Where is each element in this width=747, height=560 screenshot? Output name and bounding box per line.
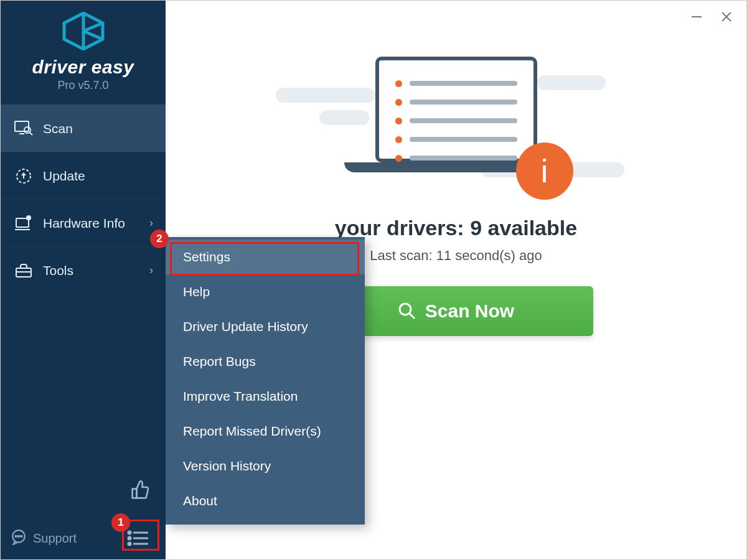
sidebar-item-tools[interactable]: Tools › xyxy=(1,246,166,294)
thumbs-up-icon[interactable] xyxy=(131,480,151,502)
svg-text:i: i xyxy=(28,217,29,220)
menu-item-report-missed-drivers[interactable]: Report Missed Driver(s) xyxy=(166,414,365,449)
svg-rect-1 xyxy=(15,121,29,131)
sidebar-item-label: Hardware Info xyxy=(43,216,125,231)
menu-item-driver-update-history[interactable]: Driver Update History xyxy=(166,309,365,344)
hardware-info-icon: i xyxy=(13,215,34,231)
monitor-search-icon xyxy=(13,121,34,137)
sidebar-item-hardware[interactable]: i Hardware Info › xyxy=(1,199,166,246)
app-logo-icon xyxy=(62,12,105,53)
menu-item-improve-translation[interactable]: Improve Translation xyxy=(166,379,365,414)
menu-item-version-history[interactable]: Version History xyxy=(166,449,365,483)
chat-icon xyxy=(11,529,27,548)
sidebar-item-scan[interactable]: Scan xyxy=(1,105,166,152)
sidebar-item-label: Scan xyxy=(43,121,73,136)
search-icon xyxy=(398,302,416,320)
info-badge-icon: i xyxy=(516,142,573,200)
svg-point-16 xyxy=(21,535,22,536)
brand-block: driver easy Pro v5.7.0 xyxy=(1,1,166,98)
svg-line-4 xyxy=(30,133,32,135)
annotation-marker-1: 1 xyxy=(111,513,130,532)
menu-item-about[interactable]: About xyxy=(166,483,365,518)
close-button[interactable] xyxy=(720,11,733,27)
gear-update-icon xyxy=(13,167,34,185)
minimize-button[interactable] xyxy=(690,11,703,27)
svg-rect-12 xyxy=(133,489,137,498)
scan-now-label: Scan Now xyxy=(425,301,514,322)
sidebar-item-update[interactable]: Update xyxy=(1,152,166,199)
window-controls xyxy=(690,11,733,27)
svg-line-27 xyxy=(410,314,415,319)
sidebar-item-label: Update xyxy=(43,169,85,184)
svg-point-14 xyxy=(16,535,17,536)
svg-point-3 xyxy=(24,127,31,133)
support-link[interactable]: Support xyxy=(11,529,77,548)
more-menu-popup: Settings Help Driver Update History Repo… xyxy=(166,237,365,525)
chevron-right-icon: › xyxy=(149,264,153,277)
menu-item-settings[interactable]: Settings xyxy=(166,240,365,274)
svg-point-17 xyxy=(128,531,131,534)
svg-point-21 xyxy=(128,543,131,545)
sidebar-item-label: Tools xyxy=(43,263,73,278)
brand-version: Pro v5.7.0 xyxy=(1,79,166,92)
svg-point-15 xyxy=(18,535,19,536)
support-label: Support xyxy=(33,531,77,546)
annotation-marker-2: 2 xyxy=(150,230,169,248)
menu-item-report-bugs[interactable]: Report Bugs xyxy=(166,344,365,379)
brand-name: driver easy xyxy=(1,57,166,78)
hero-illustration: i xyxy=(344,57,568,194)
menu-item-help[interactable]: Help xyxy=(166,274,365,309)
svg-point-26 xyxy=(400,304,411,315)
nav: Scan Update i xyxy=(1,105,166,294)
svg-point-19 xyxy=(128,537,131,539)
sidebar: driver easy Pro v5.7.0 Scan xyxy=(1,1,166,559)
app-window: driver easy Pro v5.7.0 Scan xyxy=(0,0,747,560)
toolbox-icon xyxy=(13,263,34,278)
svg-rect-6 xyxy=(16,218,29,227)
chevron-right-icon: › xyxy=(149,217,153,230)
